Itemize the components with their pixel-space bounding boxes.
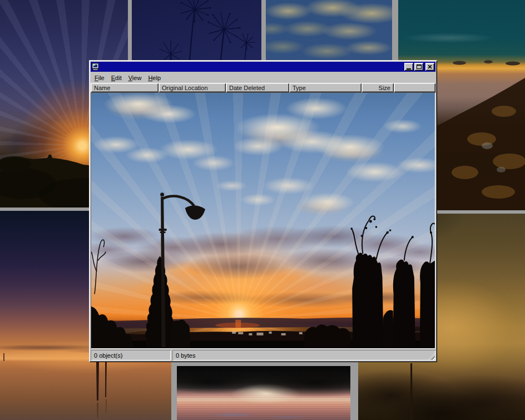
recycle-bin-window: File Edit View Help Name Original Locati… [89,60,437,362]
column-header-date-deleted[interactable]: Date Deleted [226,83,289,92]
column-header-row: Name Original Location Date Deleted Type… [91,83,435,92]
menu-file[interactable]: File [91,73,108,82]
minimize-button[interactable] [404,63,413,71]
menu-view[interactable]: View [125,73,145,82]
desktop: { "window": { "title": "", "titlebar_col… [0,0,525,420]
status-bar: 0 object(s) 0 bytes [91,350,435,360]
column-header-size[interactable]: Size [361,83,394,92]
close-button[interactable] [425,63,434,71]
column-header-original-location[interactable]: Original Location [159,83,226,92]
minimize-icon [407,68,411,70]
silhouettes [91,93,435,348]
folder-background-photo [91,93,435,348]
menu-bar: File Edit View Help [91,72,435,83]
status-bytes: 0 bytes [172,350,435,360]
maximize-icon [417,65,422,69]
maximize-button[interactable] [414,63,423,71]
computer-icon [92,63,100,71]
file-list-area[interactable] [91,92,435,349]
menu-edit[interactable]: Edit [108,73,125,82]
column-header-blank[interactable] [394,83,435,92]
column-header-name[interactable]: Name [91,83,159,92]
column-header-type[interactable]: Type [289,83,361,92]
close-icon [428,65,432,69]
status-objects: 0 object(s) [91,350,171,360]
menu-help[interactable]: Help [145,73,164,82]
wallpaper-tile-water-reflection [177,366,350,420]
window-titlebar[interactable] [91,62,435,72]
